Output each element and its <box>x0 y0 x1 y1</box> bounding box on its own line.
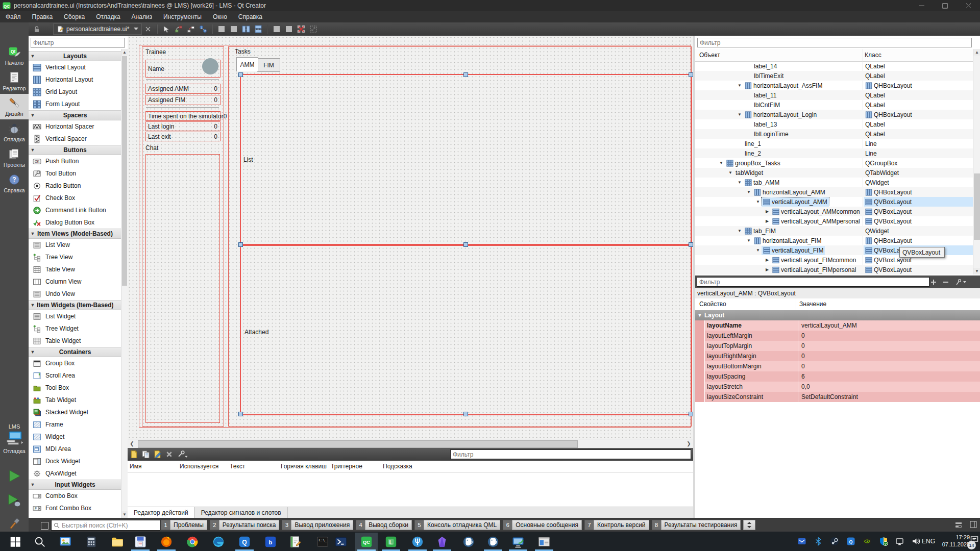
chevron-down-icon[interactable]: ▼ <box>736 180 743 185</box>
widget-item-Tool Box[interactable]: Tool Box <box>29 382 121 394</box>
action-column-Имя[interactable]: Имя <box>130 463 141 470</box>
property-value[interactable]: 0 <box>798 353 980 360</box>
chevron-down-icon[interactable]: ▼ <box>745 190 752 194</box>
taskbar-blue-mail-app-icon[interactable]: b <box>259 533 282 551</box>
tab-action-editor[interactable]: Редактор действий <box>128 507 195 518</box>
chevron-down-icon[interactable]: ▼ <box>754 199 762 204</box>
object-inspector-filter-input[interactable] <box>697 38 972 47</box>
widget-item-Frame[interactable]: Frame <box>29 418 121 431</box>
widget-item-Dialog Button Box[interactable]: Dialog Button Box <box>29 216 121 229</box>
configure-property-editor-icon[interactable] <box>954 278 968 286</box>
widget-box-section-Buttons[interactable]: ▼Buttons <box>29 145 121 155</box>
class-column-header[interactable]: Класс <box>865 52 881 59</box>
add-dynamic-property-icon[interactable] <box>929 278 938 286</box>
chevron-down-icon[interactable]: ▼ <box>736 83 743 88</box>
widget-item-Check Box[interactable]: Check Box <box>29 192 121 204</box>
mode-Проекты[interactable]: Проекты <box>0 145 29 170</box>
tab-amm[interactable]: AMM <box>236 57 258 71</box>
widget-item-Tab Widget[interactable]: Tab Widget <box>29 394 121 406</box>
widget-box-section-Containers[interactable]: ▼Containers <box>29 347 121 357</box>
menu-item-Справка[interactable]: Справка <box>233 11 268 22</box>
tree-row-verticalLayout_AMMpersonal[interactable]: ▶verticalLayout_AMMpersonalQVBoxLayout <box>695 216 973 226</box>
action-editor-filter-input[interactable] <box>450 449 691 459</box>
chevron-right-icon[interactable]: ▶ <box>764 209 771 214</box>
widget-box-section-Layouts[interactable]: ▼Layouts <box>29 51 121 61</box>
property-value[interactable]: 6 <box>798 373 980 380</box>
property-row-layoutLeftMargin[interactable]: layoutLeftMargin0 <box>695 331 980 341</box>
widget-item-Column View[interactable]: Column View <box>29 276 121 288</box>
notification-badge[interactable]: 14 <box>967 541 976 549</box>
form-row-Assigned FIM[interactable]: Assigned FIM0 <box>145 95 220 105</box>
widget-item-Radio Button[interactable]: Radio Button <box>29 180 121 192</box>
selection-handle[interactable] <box>463 72 468 77</box>
chat-group-box[interactable] <box>145 154 220 423</box>
output-pane-Основные сообщения[interactable]: 6Основные сообщения <box>503 520 582 530</box>
widget-item-Widget[interactable]: Widget <box>29 431 121 443</box>
tree-row-horizontalLayout_AMM[interactable]: ▼horizontalLayout_AMMQHBoxLayout <box>695 187 973 197</box>
output-panes-arrows-icon[interactable] <box>743 520 755 530</box>
property-row-layoutBottomMargin[interactable]: layoutBottomMargin0 <box>695 361 980 371</box>
chevron-down-icon[interactable]: ▼ <box>718 161 725 165</box>
form-row-Last login[interactable]: Last login0 <box>145 121 220 131</box>
widget-item-MDI Area[interactable]: MDI Area <box>29 443 121 455</box>
taskbar-calculator-icon[interactable] <box>80 533 103 551</box>
taskbar-photos-app-icon[interactable] <box>54 533 77 551</box>
tree-row-verticalLayout_AMM[interactable]: ▼verticalLayout_AMMQVBoxLayout <box>695 197 973 207</box>
menu-item-Правка[interactable]: Правка <box>27 11 59 22</box>
menu-item-Анализ[interactable]: Анализ <box>126 11 158 22</box>
taskbar-window-app-icon[interactable] <box>533 533 555 551</box>
widget-item-Scroll Area[interactable]: Scroll Area <box>29 369 121 382</box>
widget-box-section-Input Widgets[interactable]: ▼Input Widgets <box>29 480 121 490</box>
widget-item-Dock Widget[interactable]: Dock Widget <box>29 455 121 467</box>
widget-item-Undo View[interactable]: Undo View <box>29 288 121 300</box>
selection-handle[interactable] <box>238 72 243 77</box>
action-column-Текст[interactable]: Текст <box>230 463 245 470</box>
splitter-horizontal-icon[interactable] <box>240 24 252 34</box>
edit-buddies-icon[interactable] <box>185 24 197 34</box>
menu-item-Окно[interactable]: Окно <box>207 11 233 22</box>
widget-item-QAxWidget[interactable]: QAxWidget <box>29 467 121 480</box>
network-icon[interactable] <box>895 537 904 546</box>
minimize-button[interactable] <box>910 0 933 11</box>
taskbar-fork-icon[interactable] <box>406 533 429 551</box>
menu-item-Файл[interactable]: Файл <box>0 11 27 22</box>
vertical-layout-amm-common[interactable] <box>240 74 692 246</box>
splitter-vertical-icon[interactable] <box>253 24 264 34</box>
widget-item-Vertical Spacer[interactable]: Vertical Spacer <box>29 133 121 145</box>
taskbar-l-app-icon[interactable]: L <box>380 533 402 551</box>
remove-dynamic-property-icon[interactable] <box>941 278 950 286</box>
chevron-down-icon[interactable]: ▼ <box>727 170 734 175</box>
property-value[interactable]: 0 <box>798 332 980 339</box>
tree-row-label_13[interactable]: label_13QLabel <box>695 119 973 129</box>
taskbar-postgres-icon[interactable] <box>482 533 504 551</box>
selection-handle[interactable] <box>463 412 468 416</box>
selection-handle[interactable] <box>689 412 693 416</box>
tray-q-icon[interactable]: Q <box>846 537 855 546</box>
tree-row-line_2[interactable]: line_2Line <box>695 148 973 158</box>
property-value[interactable]: 0,0 <box>798 383 980 390</box>
kit-icon[interactable] <box>6 431 23 446</box>
menu-item-Сборка[interactable]: Сборка <box>58 11 90 22</box>
menu-item-Отладка[interactable]: Отладка <box>90 11 126 22</box>
selection-handle[interactable] <box>238 242 243 247</box>
property-row-layoutSpacing[interactable]: layoutSpacing6 <box>695 371 980 382</box>
scrollbar-thumb[interactable] <box>138 440 578 448</box>
tree-row-horizontalLayout_Login[interactable]: ▼horizontalLayout_LoginQHBoxLayout <box>695 110 973 119</box>
scrollbar-thumb[interactable] <box>974 173 980 240</box>
widget-item-Push Button[interactable]: OKPush Button <box>29 155 121 167</box>
property-row-layoutName[interactable]: layoutNameverticalLayout_AMM <box>695 320 980 331</box>
lock-icon[interactable] <box>33 25 41 33</box>
taskbar-q-app-icon[interactable]: Q <box>233 533 256 551</box>
layout-horizontal-icon[interactable] <box>216 24 227 34</box>
widget-item-Font Combo Box[interactable]: FFont Combo Box <box>29 502 121 514</box>
property-row-layoutTopMargin[interactable]: layoutTopMargin0 <box>695 341 980 351</box>
widget-item-Horizontal Layout[interactable]: Horizontal Layout <box>29 73 121 86</box>
scroll-up-icon[interactable]: ▲ <box>973 49 980 56</box>
taskbar-qtcreator-icon[interactable]: QC <box>355 533 378 551</box>
selection-handle[interactable] <box>689 72 693 77</box>
selection-handle[interactable] <box>238 412 243 416</box>
widget-item-Form Layout[interactable]: Form Layout <box>29 98 121 110</box>
property-filter-input[interactable] <box>697 277 929 287</box>
chevron-down-icon[interactable]: ▼ <box>736 229 743 233</box>
edit-action-icon[interactable] <box>153 450 162 459</box>
